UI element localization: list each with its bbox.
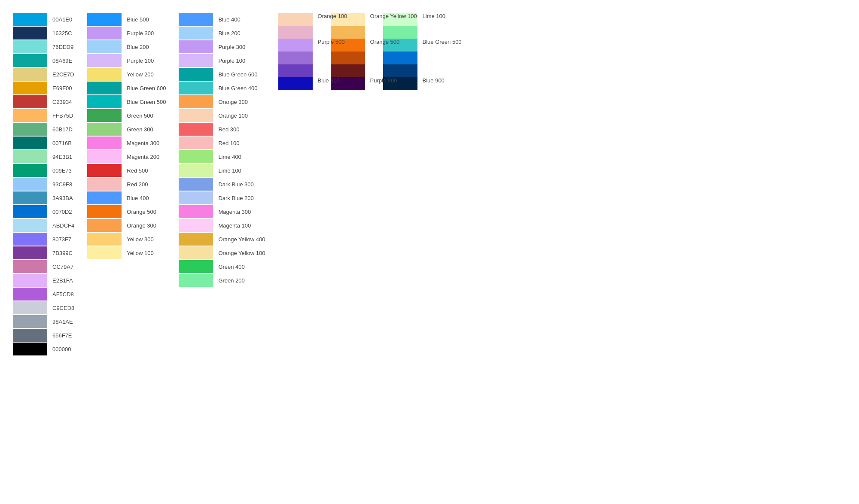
color-swatch (87, 246, 122, 259)
color-swatch (87, 164, 122, 177)
color-label: 08A69E (52, 58, 72, 64)
color-label: Orange 300 (218, 99, 248, 105)
color-label: Purple 500 (318, 39, 345, 45)
color-label: Dark Blue 200 (218, 195, 253, 201)
color-swatch (13, 164, 47, 177)
color-swatch (13, 343, 47, 355)
color-label: Blue 900 (423, 77, 445, 84)
color-swatch (87, 27, 122, 39)
color-item: Blue 200 (87, 40, 166, 53)
color-item: Yellow 100 (87, 246, 166, 259)
color-label: Orange Yellow 100 (218, 250, 265, 256)
color-swatch (179, 164, 213, 177)
color-item: Yellow 300 (87, 233, 166, 246)
color-item: Dark Blue 200 (179, 191, 265, 204)
color-label: 76DED9 (52, 44, 73, 50)
column-4-group: Orange 100Purple 500Blue 900 (278, 13, 318, 90)
color-swatch (331, 52, 365, 64)
color-swatch (87, 13, 122, 26)
color-swatch (179, 109, 213, 122)
color-label: Purple 100 (127, 58, 154, 64)
color-item: 0070D2 (13, 205, 74, 218)
color-swatch (179, 246, 213, 259)
color-swatch (278, 13, 313, 26)
color-item: 60B17D (13, 123, 74, 136)
color-item: 76DED9 (13, 40, 74, 53)
color-label: AF5CD8 (52, 291, 74, 298)
color-swatch (278, 52, 313, 64)
color-item: 98A1AE (13, 315, 74, 328)
color-swatch (179, 233, 213, 246)
color-label: 656F7E (52, 332, 72, 339)
color-item: CC79A7 (13, 260, 74, 273)
color-item: Magenta 300 (87, 137, 166, 149)
color-label: Orange Yellow 100 (370, 13, 417, 19)
color-swatch (87, 109, 122, 122)
color-item: Magenta 300 (179, 205, 265, 218)
color-item: Orange 100 (179, 109, 265, 122)
color-label: Blue 400 (218, 16, 240, 23)
color-item: Lime 400 (179, 150, 265, 163)
color-label: E2CE7D (52, 71, 74, 78)
color-swatch (13, 27, 47, 39)
color-label: 0070D2 (52, 209, 72, 215)
color-swatch (13, 301, 47, 314)
color-label: 16325C (52, 30, 72, 36)
color-swatch (87, 82, 122, 94)
color-item: 93C9F8 (13, 178, 74, 191)
color-item: Purple 300 (87, 27, 166, 39)
color-item: Blue 400 (179, 13, 265, 26)
color-palette-container: 00A1E016325C76DED908A69EE2CE7DE69F00C239… (13, 13, 846, 356)
color-swatch (179, 191, 213, 204)
color-item: C23934 (13, 95, 74, 108)
color-label: ABDCF4 (52, 222, 74, 229)
color-item: Blue Green 600 (87, 82, 166, 94)
color-swatch (13, 82, 47, 94)
color-item: Orange 300 (179, 95, 265, 108)
color-swatch (13, 68, 47, 81)
color-item: Blue Green 500 (87, 95, 166, 108)
color-swatch (383, 52, 417, 64)
color-label: Magenta 100 (218, 222, 251, 229)
color-item: Orange Yellow 100 (179, 246, 265, 259)
color-swatch (13, 40, 47, 53)
color-item: 8073F7 (13, 233, 74, 246)
color-label: Blue 400 (127, 195, 149, 201)
color-label: Blue 900 (318, 77, 340, 84)
color-swatch (87, 205, 122, 218)
color-label: Blue 500 (127, 16, 149, 23)
color-label: 00A1E0 (52, 16, 72, 23)
color-swatch (87, 191, 122, 204)
color-item: Dark Blue 300 (179, 178, 265, 191)
column-2: Blue 500Purple 300Blue 200Purple 100Yell… (87, 13, 166, 260)
color-label: Blue Green 500 (127, 99, 166, 105)
color-swatch (179, 178, 213, 191)
color-swatch (13, 274, 47, 287)
color-label: Orange 100 (218, 112, 248, 119)
color-label: Blue 200 (127, 44, 149, 50)
color-swatch (278, 39, 313, 52)
color-item: 656F7E (13, 329, 74, 342)
color-swatch (13, 109, 47, 122)
color-swatch (179, 137, 213, 149)
color-label: 98A1AE (52, 319, 73, 325)
color-swatch (179, 13, 213, 26)
color-label: Orange 300 (127, 222, 156, 229)
color-item: Purple 300 (179, 40, 265, 53)
color-label: Green 200 (218, 277, 244, 284)
color-item: Green 500 (87, 109, 166, 122)
color-label: FFB75D (52, 112, 73, 119)
color-swatch (87, 68, 122, 81)
color-label: 94E3B1 (52, 154, 72, 160)
color-item: 3A93BA (13, 191, 74, 204)
color-swatch (13, 191, 47, 204)
color-label: Blue Green 500 (423, 39, 462, 45)
color-swatch (13, 205, 47, 218)
color-swatch (179, 27, 213, 39)
color-swatch (87, 219, 122, 232)
color-swatch (179, 219, 213, 232)
color-swatch (87, 178, 122, 191)
color-label: Magenta 200 (127, 154, 159, 160)
color-label: Lime 100 (218, 167, 241, 174)
color-swatch (278, 77, 313, 90)
